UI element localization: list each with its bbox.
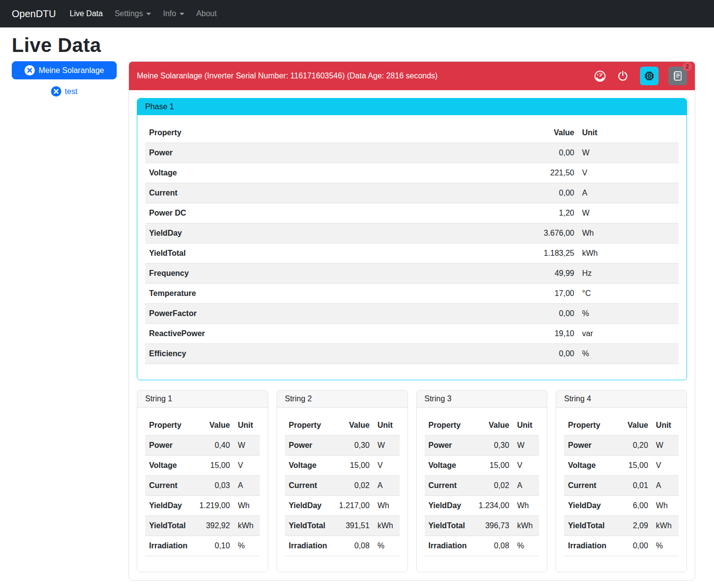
x-circle-icon[interactable]	[51, 86, 61, 97]
inverter-actions: 2	[591, 67, 687, 85]
string-card-title: String 1	[137, 391, 268, 408]
unit-cell: A	[578, 183, 679, 203]
property-cell: YieldTotal	[564, 516, 610, 536]
power-control-button[interactable]	[614, 68, 631, 84]
unit-cell: A	[652, 476, 679, 496]
table-row: Frequency49,99Hz	[145, 264, 679, 284]
unit-cell: W	[513, 436, 539, 456]
value-cell: 49,99	[415, 264, 578, 284]
property-cell: Current	[564, 476, 610, 496]
property-cell: Frequency	[145, 264, 415, 284]
speedometer-icon	[593, 70, 607, 83]
unit-cell: W	[374, 436, 400, 456]
table-row: Voltage221,50V	[145, 163, 679, 183]
value-cell: 0,08	[471, 536, 513, 556]
events-count-badge: 2	[683, 62, 692, 71]
table-row: Voltage15,00V	[425, 456, 539, 476]
value-cell: 15,00	[191, 456, 234, 476]
value-cell: 0,02	[331, 476, 374, 496]
table-row: YieldDay1.219,00Wh	[145, 496, 260, 516]
table-header-row: PropertyValueUnit	[564, 416, 679, 436]
property-cell: Power	[285, 436, 331, 456]
table-row: Current0,02A	[425, 476, 539, 496]
table-row: YieldDay1.234,00Wh	[425, 496, 539, 516]
value-cell: 1.217,00	[331, 496, 374, 516]
property-cell: Power	[145, 143, 415, 163]
unit-cell: V	[513, 456, 539, 476]
value-cell: 19,10	[415, 324, 578, 344]
inverter-card-header: Meine Solaranlage (Inverter Serial Numbe…	[129, 62, 695, 90]
column-header: Property	[145, 123, 415, 143]
nav-item-about[interactable]: About	[192, 5, 221, 22]
value-cell: 0,40	[191, 436, 234, 456]
column-header: Unit	[513, 416, 539, 436]
column-header: Property	[285, 416, 331, 436]
property-cell: YieldDay	[145, 223, 415, 244]
table-row: Irradiation0,08%	[285, 536, 400, 556]
inverter-test-label: test	[65, 87, 77, 96]
string-card-title: String 3	[417, 391, 547, 408]
unit-cell: W	[578, 143, 679, 163]
value-cell: 0,02	[471, 476, 513, 496]
column-header: Unit	[578, 123, 679, 143]
brand-logo[interactable]: OpenDTU	[12, 8, 56, 20]
event-log-button[interactable]: 2	[668, 67, 687, 85]
property-cell: Power	[425, 436, 471, 456]
value-cell: 0,08	[331, 536, 374, 556]
value-cell: 17,00	[415, 284, 578, 304]
property-cell: YieldDay	[564, 496, 610, 516]
property-cell: YieldTotal	[285, 516, 331, 536]
phase-table: PropertyValueUnitPower0,00WVoltage221,50…	[145, 123, 679, 364]
value-cell: 0,30	[331, 436, 374, 456]
nav-item-live-data[interactable]: Live Data	[66, 5, 107, 22]
string-card-2: String 2 PropertyValueUnitPower0,30WVolt…	[277, 390, 408, 572]
value-cell: 392,92	[191, 516, 234, 536]
unit-cell: kWh	[578, 244, 679, 264]
table-header-row: PropertyValueUnit	[285, 416, 400, 436]
property-cell: Voltage	[145, 163, 415, 183]
property-cell: Voltage	[564, 456, 610, 476]
string-table: PropertyValueUnitPower0,20WVoltage15,00V…	[564, 416, 679, 556]
nav-item-settings[interactable]: Settings	[111, 5, 155, 22]
table-row: ReactivePower19,10var	[145, 324, 679, 344]
table-row: YieldDay3.676,00Wh	[145, 223, 679, 244]
nav-item-label: Info	[163, 9, 176, 18]
value-cell: 2,09	[610, 516, 652, 536]
property-cell: Power	[145, 436, 191, 456]
unit-cell: Wh	[234, 496, 260, 516]
property-cell: Irradiation	[285, 536, 331, 556]
inverter-select-label: Meine Solaranlage	[39, 66, 104, 75]
value-cell: 1.183,25	[415, 244, 578, 264]
string-card-3: String 3 PropertyValueUnitPower0,30WVolt…	[416, 390, 548, 572]
property-cell: Irradiation	[425, 536, 471, 556]
cpu-icon	[643, 70, 655, 82]
table-row: Voltage15,00V	[564, 456, 679, 476]
unit-cell: °C	[578, 284, 679, 304]
top-navbar: OpenDTU Live Data Settings Info About	[0, 0, 714, 27]
unit-cell: kWh	[374, 516, 400, 536]
unit-cell: Wh	[374, 496, 400, 516]
inverter-sidebar: Meine Solaranlage test	[12, 61, 117, 97]
value-cell: 6,00	[610, 496, 652, 516]
value-cell: 15,00	[610, 456, 652, 476]
page-title: Live Data	[12, 34, 695, 56]
property-cell: YieldTotal	[145, 244, 415, 264]
property-cell: Power DC	[145, 203, 415, 223]
property-cell: YieldDay	[285, 496, 331, 516]
string-card-1: String 1 PropertyValueUnitPower0,40WVolt…	[137, 390, 268, 572]
unit-cell: kWh	[513, 516, 539, 536]
value-cell: 0,00	[610, 536, 652, 556]
nav-item-info[interactable]: Info	[159, 5, 188, 22]
inverter-select-button[interactable]: Meine Solaranlage	[12, 61, 117, 79]
table-header-row: PropertyValueUnit	[425, 416, 539, 436]
x-circle-icon[interactable]	[25, 65, 35, 75]
string-card-title: String 4	[556, 391, 687, 408]
column-header: Property	[564, 416, 610, 436]
value-cell: 1.234,00	[471, 496, 513, 516]
property-cell: Current	[425, 476, 471, 496]
device-info-button[interactable]	[640, 67, 659, 85]
limit-settings-button[interactable]	[591, 68, 609, 85]
power-icon	[616, 70, 629, 82]
column-header: Value	[471, 416, 513, 436]
inverter-test-link[interactable]: test	[51, 86, 77, 97]
